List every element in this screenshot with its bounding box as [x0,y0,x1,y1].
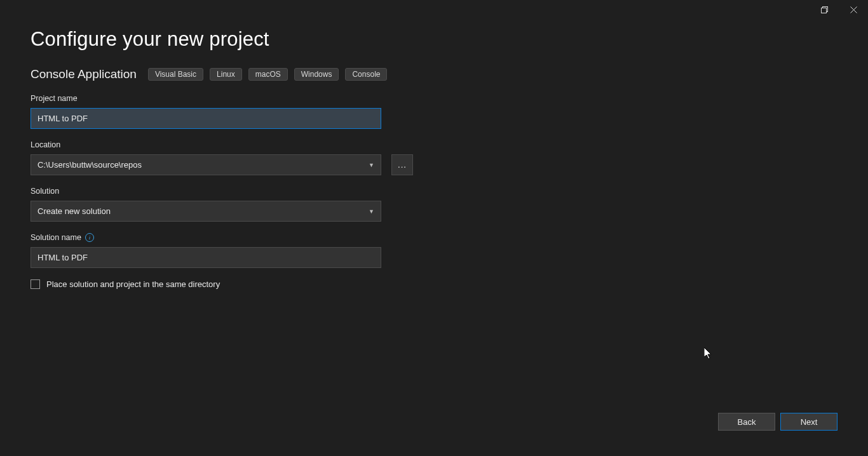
same-directory-row[interactable]: Place solution and project in the same d… [31,279,475,289]
solution-combobox[interactable]: Create new solution ▼ [31,201,381,222]
same-directory-checkbox[interactable] [31,279,40,289]
location-combobox[interactable]: C:\Users\buttw\source\repos ▼ [31,154,381,175]
chevron-down-icon: ▼ [369,162,374,168]
location-group: Location C:\Users\buttw\source\repos ▼ .… [31,140,475,175]
tag: Linux [210,68,242,81]
template-header: Console Application Visual Basic Linux m… [31,67,475,81]
template-name: Console Application [31,67,137,81]
mouse-cursor-icon [704,347,713,360]
solution-name-input[interactable] [31,247,381,268]
project-name-label: Project name [31,94,475,103]
tag: Console [345,68,387,81]
main-content: Configure your new project Console Appli… [31,28,475,289]
window-titlebar [810,0,868,20]
info-icon[interactable]: i [85,233,94,242]
location-label: Location [31,140,475,149]
svg-rect-1 [821,8,826,13]
browse-button[interactable]: ... [391,154,413,175]
tag: Windows [294,68,339,81]
solution-value: Create new solution [37,206,111,216]
chevron-down-icon: ▼ [369,208,374,215]
tag: macOS [248,68,288,81]
solution-name-group: Solution name i [31,233,475,268]
project-name-input[interactable] [31,108,381,129]
footer: Back Next [718,413,837,431]
next-button[interactable]: Next [780,413,837,431]
project-name-group: Project name [31,94,475,129]
page-title: Configure your new project [31,28,475,51]
solution-label: Solution [31,187,475,196]
same-directory-label: Place solution and project in the same d… [46,279,220,289]
tag: Visual Basic [148,68,203,81]
maximize-restore-button[interactable] [810,0,839,19]
back-button[interactable]: Back [718,413,775,431]
close-button[interactable] [839,0,868,19]
solution-name-label: Solution name i [31,233,475,242]
solution-group: Solution Create new solution ▼ [31,187,475,222]
location-value: C:\Users\buttw\source\repos [37,160,142,170]
